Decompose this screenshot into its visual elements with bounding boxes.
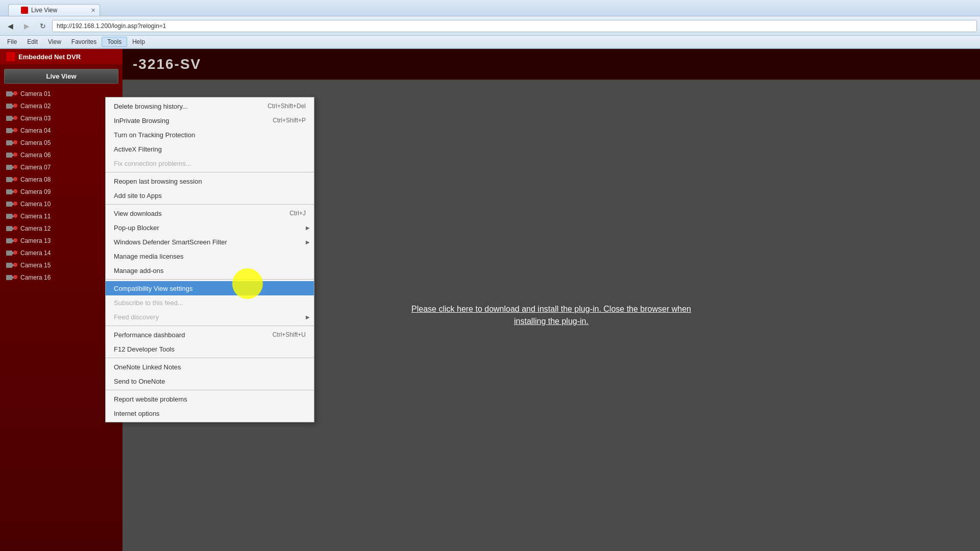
camera-icon: [6, 189, 12, 194]
camera-item-16[interactable]: Camera 16: [0, 271, 122, 284]
menu-section-1: Delete browsing history... Ctrl+Shift+De…: [106, 97, 314, 172]
camera-label-07: Camera 07: [20, 164, 51, 171]
tab-close-button[interactable]: ✕: [89, 7, 96, 14]
menu-item-f12-developer[interactable]: F12 Developer Tools: [106, 342, 314, 356]
camera-label-05: Camera 05: [20, 139, 51, 146]
menu-view[interactable]: View: [43, 37, 66, 46]
menu-bar: File Edit View Favorites Tools Help: [0, 36, 980, 49]
refresh-button[interactable]: ↻: [36, 19, 50, 33]
dvr-title: -3216-SV: [133, 56, 201, 72]
item-label: Manage add-ons: [114, 267, 306, 274]
camera-icons-16: [6, 275, 17, 280]
submenu-arrow-icon: ▶: [306, 314, 310, 320]
camera-label-10: Camera 10: [20, 201, 51, 208]
camera-icon: [6, 275, 12, 280]
tab-favicon: [21, 7, 28, 14]
item-label: Add site to Apps: [114, 192, 306, 199]
camera-item-12[interactable]: Camera 12: [0, 222, 122, 235]
menu-item-popup-blocker[interactable]: Pop-up Blocker ▶: [106, 220, 314, 235]
camera-item-09[interactable]: Camera 09: [0, 186, 122, 198]
menu-section-4: Compatibility View settings Subscribe to…: [106, 280, 314, 326]
camera-icons-08: [6, 177, 17, 182]
camera-item-02[interactable]: Camera 02: [0, 100, 122, 112]
plugin-download-link[interactable]: Please click here to download and instal…: [398, 303, 704, 328]
menu-tools[interactable]: Tools: [102, 37, 127, 47]
forward-button[interactable]: ▶: [19, 19, 34, 33]
item-shortcut: Ctrl+J: [289, 210, 306, 217]
item-label: Report website problems: [114, 395, 306, 403]
camera-item-06[interactable]: Camera 06: [0, 149, 122, 161]
menu-file[interactable]: File: [2, 37, 22, 46]
camera-icons-09: [6, 189, 17, 194]
nav-bar: ◀ ▶ ↻ http://192.168.1.200/login.asp?rel…: [0, 16, 980, 36]
live-view-button[interactable]: Live View: [4, 69, 118, 84]
submenu-arrow-icon: ▶: [306, 239, 310, 245]
dvr-icon: [6, 52, 15, 61]
item-label: F12 Developer Tools: [114, 345, 306, 353]
menu-item-onenote-linked[interactable]: OneNote Linked Notes: [106, 360, 314, 374]
item-label: OneNote Linked Notes: [114, 363, 306, 371]
menu-item-view-downloads[interactable]: View downloads Ctrl+J: [106, 206, 314, 220]
camera-item-08[interactable]: Camera 08: [0, 173, 122, 186]
back-button[interactable]: ◀: [3, 19, 17, 33]
menu-section-3: View downloads Ctrl+J Pop-up Blocker ▶ W…: [106, 205, 314, 280]
menu-edit[interactable]: Edit: [22, 37, 43, 46]
camera-label-03: Camera 03: [20, 115, 51, 122]
item-label: Delete browsing history...: [114, 103, 247, 110]
menu-item-internet-options[interactable]: Internet options: [106, 406, 314, 420]
menu-item-delete-history[interactable]: Delete browsing history... Ctrl+Shift+De…: [106, 99, 314, 113]
camera-icon: [6, 153, 12, 158]
item-label: Manage media licenses: [114, 253, 306, 260]
camera-item-10[interactable]: Camera 10: [0, 198, 122, 210]
camera-icons-10: [6, 202, 17, 207]
camera-label-12: Camera 12: [20, 225, 51, 232]
camera-item-04[interactable]: Camera 04: [0, 124, 122, 137]
camera-label-01: Camera 01: [20, 90, 51, 97]
camera-icons-12: [6, 226, 17, 231]
camera-item-11[interactable]: Camera 11: [0, 210, 122, 222]
tools-dropdown-menu: Delete browsing history... Ctrl+Shift+De…: [105, 97, 314, 422]
menu-item-activex[interactable]: ActiveX Filtering: [106, 142, 314, 156]
camera-item-07[interactable]: Camera 07: [0, 161, 122, 173]
camera-item-05[interactable]: Camera 05: [0, 137, 122, 149]
camera-icon: [6, 226, 12, 231]
menu-item-media-licenses[interactable]: Manage media licenses: [106, 249, 314, 263]
camera-icons-11: [6, 214, 17, 219]
camera-icon: [6, 104, 12, 109]
camera-item-14[interactable]: Camera 14: [0, 247, 122, 259]
camera-icon: [6, 177, 12, 182]
address-text: http://192.168.1.200/login.asp?relogin=1: [57, 22, 166, 30]
menu-item-add-to-apps[interactable]: Add site to Apps: [106, 188, 314, 203]
menu-item-report-problems[interactable]: Report website problems: [106, 392, 314, 406]
menu-item-inprivate[interactable]: InPrivate Browsing Ctrl+Shift+P: [106, 113, 314, 128]
menu-item-manage-addons[interactable]: Manage add-ons: [106, 263, 314, 278]
menu-section-5: Performance dashboard Ctrl+Shift+U F12 D…: [106, 326, 314, 358]
item-label: Internet options: [114, 410, 306, 417]
menu-item-tracking[interactable]: Turn on Tracking Protection: [106, 128, 314, 142]
camera-icon: [6, 251, 12, 256]
browser-tab[interactable]: Live View ✕: [8, 4, 100, 16]
item-shortcut: Ctrl+Shift+P: [273, 117, 306, 124]
menu-section-6: OneNote Linked Notes Send to OneNote: [106, 358, 314, 390]
camera-icons-01: [6, 91, 17, 96]
camera-item-03[interactable]: Camera 03: [0, 112, 122, 124]
address-bar[interactable]: http://192.168.1.200/login.asp?relogin=1: [52, 20, 977, 32]
camera-icons-15: [6, 263, 17, 268]
camera-icon: [6, 263, 12, 268]
item-shortcut: Ctrl+Shift+Del: [267, 103, 306, 110]
menu-item-performance-dashboard[interactable]: Performance dashboard Ctrl+Shift+U: [106, 328, 314, 342]
menu-item-smartscreen[interactable]: Windows Defender SmartScreen Filter ▶: [106, 235, 314, 249]
menu-item-send-to-onenote[interactable]: Send to OneNote: [106, 374, 314, 388]
menu-help[interactable]: Help: [127, 37, 150, 46]
sidebar-title: Embedded Net DVR: [18, 53, 81, 61]
camera-item-15[interactable]: Camera 15: [0, 259, 122, 271]
menu-item-reopen-session[interactable]: Reopen last browsing session: [106, 174, 314, 188]
item-label: Compatibility View settings: [114, 285, 306, 292]
camera-label-04: Camera 04: [20, 127, 51, 134]
item-shortcut: Ctrl+Shift+U: [273, 331, 306, 338]
menu-favorites[interactable]: Favorites: [66, 37, 102, 46]
camera-item-13[interactable]: Camera 13: [0, 235, 122, 247]
menu-item-compatibility-view[interactable]: Compatibility View settings: [106, 281, 314, 295]
camera-icon: [6, 202, 12, 207]
camera-item-01[interactable]: Camera 01: [0, 88, 122, 100]
